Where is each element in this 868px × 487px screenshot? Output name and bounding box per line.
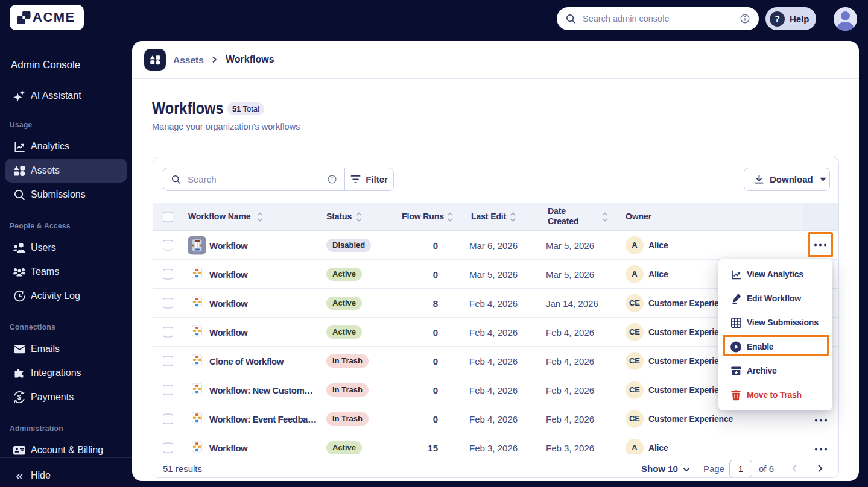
svg-text:$: $ (17, 394, 22, 401)
